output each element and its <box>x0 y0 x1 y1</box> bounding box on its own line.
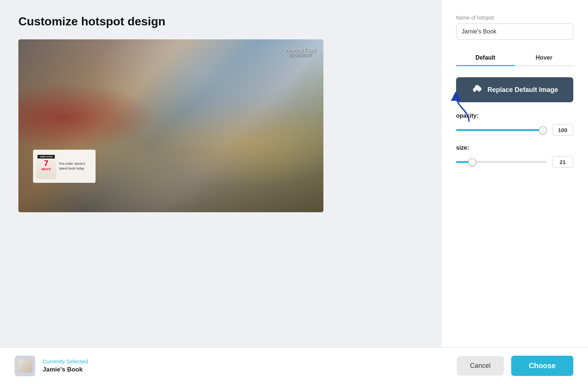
video-placeholder: Viewing Copy 00:00:00:07 JAMIE OLIVER 7 … <box>18 39 323 212</box>
size-slider-thumb[interactable] <box>468 158 476 166</box>
video-container: Viewing Copy 00:00:00:07 JAMIE OLIVER 7 … <box>18 39 323 212</box>
opacity-slider-fill <box>456 129 543 131</box>
size-section: size: 21 <box>456 145 573 168</box>
currently-selected-label: Currently Selected <box>43 358 449 365</box>
hotspot-name-label: Name of hotspot <box>456 15 573 21</box>
page-title: Customize hotspot design <box>18 15 423 28</box>
size-slider-row: 21 <box>456 156 573 168</box>
hotspot-overlay-text: Pre-order Jamie's latest book today <box>59 161 93 171</box>
viewing-copy-badge: Viewing Copy 00:00:00:07 <box>285 47 316 58</box>
opacity-label: opacity: <box>456 113 573 119</box>
tabs-row: Default Hover <box>456 51 573 66</box>
hotspot-overlay: JAMIE OLIVER 7 WAYS Pre-order Jamie's la… <box>33 150 96 183</box>
hotspot-thumbnail-inner: JAMIE OLIVER 7 WAYS <box>36 153 56 179</box>
selected-thumbnail-inner <box>18 359 32 373</box>
book-number: 7 <box>44 159 48 167</box>
hotspot-name-input[interactable] <box>456 24 573 40</box>
opacity-slider-row: 100 <box>456 124 573 136</box>
timecode: 00:00:00:07 <box>285 53 316 58</box>
opacity-value-box[interactable]: 100 <box>552 124 573 136</box>
scene-overlay <box>18 39 323 212</box>
hotspot-thumbnail: JAMIE OLIVER 7 WAYS <box>36 153 56 179</box>
selected-thumbnail <box>15 356 35 376</box>
tab-hover[interactable]: Hover <box>515 51 574 65</box>
bottom-bar: Currently Selected Jamie's Book Cancel C… <box>0 347 588 384</box>
opacity-slider-track[interactable] <box>456 129 547 131</box>
cancel-button[interactable]: Cancel <box>457 356 504 376</box>
opacity-slider-thumb[interactable] <box>539 126 547 134</box>
size-label: size: <box>456 145 573 151</box>
book-ways: WAYS <box>42 167 51 171</box>
left-panel: Customize hotspot design Viewing Copy 00… <box>0 0 441 347</box>
replace-btn-label: Replace Default Image <box>487 86 558 94</box>
size-slider-track[interactable] <box>456 161 547 163</box>
upload-cloud-icon <box>471 84 483 96</box>
tab-default[interactable]: Default <box>456 51 515 65</box>
right-panel: Name of hotspot Default Hover Replace De… <box>441 0 588 347</box>
size-value-box[interactable]: 21 <box>552 156 573 168</box>
replace-btn-container: Replace Default Image <box>456 77 573 113</box>
viewing-copy-text: Viewing Copy <box>285 47 316 53</box>
choose-button[interactable]: Choose <box>511 356 573 376</box>
replace-default-image-button[interactable]: Replace Default Image <box>456 77 573 102</box>
selected-name: Jamie's Book <box>43 366 449 373</box>
selected-info: Currently Selected Jamie's Book <box>43 358 449 373</box>
opacity-section: opacity: 100 <box>456 113 573 136</box>
book-cover-top: JAMIE OLIVER <box>37 155 55 159</box>
